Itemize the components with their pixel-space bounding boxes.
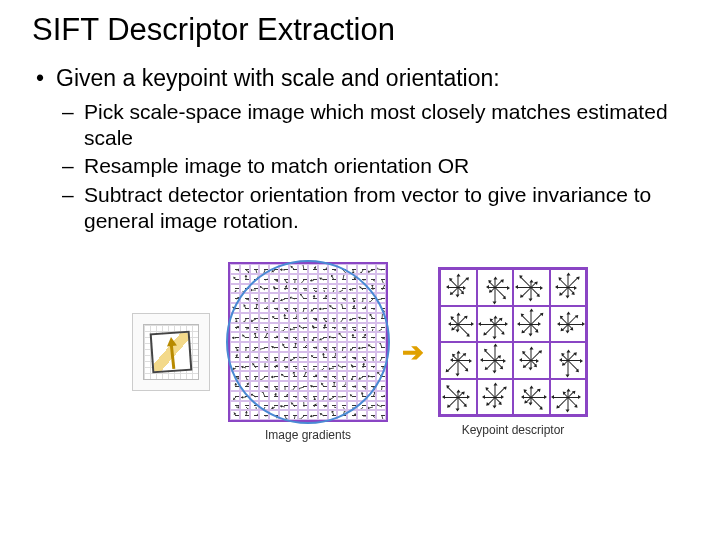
svg-marker-249 bbox=[351, 334, 354, 336]
slide-title: SIFT Descriptor Extraction bbox=[32, 12, 692, 48]
slide: SIFT Descriptor Extraction Given a keypo… bbox=[0, 0, 720, 454]
svg-marker-53 bbox=[329, 275, 332, 277]
svg-line-366 bbox=[304, 372, 307, 377]
svg-marker-481 bbox=[233, 412, 236, 415]
svg-line-254 bbox=[382, 338, 386, 340]
svg-marker-147 bbox=[319, 308, 321, 311]
gradients-wrap bbox=[228, 262, 388, 422]
svg-line-30 bbox=[377, 268, 382, 270]
svg-marker-421 bbox=[251, 393, 253, 396]
svg-marker-269 bbox=[294, 343, 297, 344]
svg-marker-17 bbox=[314, 266, 317, 269]
svg-marker-345 bbox=[350, 363, 353, 366]
svg-marker-171 bbox=[283, 314, 286, 316]
svg-line-350 bbox=[382, 367, 386, 368]
svg-line-262 bbox=[260, 348, 265, 350]
descriptor-figure: Keypoint descriptor bbox=[438, 267, 588, 437]
svg-marker-423 bbox=[261, 392, 264, 393]
svg-marker-35 bbox=[244, 275, 247, 277]
svg-marker-205 bbox=[290, 328, 291, 331]
svg-line-478 bbox=[377, 404, 382, 407]
svg-marker-483 bbox=[245, 411, 248, 413]
svg-marker-11 bbox=[280, 268, 282, 271]
svg-marker-129 bbox=[232, 306, 235, 309]
svg-line-494 bbox=[299, 416, 304, 420]
svg-line-190 bbox=[382, 314, 383, 319]
svg-line-94 bbox=[382, 285, 385, 290]
svg-line-502 bbox=[343, 411, 345, 416]
patch-figure bbox=[132, 313, 210, 391]
svg-marker-347 bbox=[362, 363, 365, 365]
svg-line-398 bbox=[299, 387, 304, 389]
svg-marker-225 bbox=[232, 337, 234, 340]
gradients-grid bbox=[228, 262, 388, 422]
svg-line-302 bbox=[299, 357, 304, 358]
svg-marker-287 bbox=[379, 343, 382, 344]
svg-line-510 bbox=[382, 416, 384, 420]
svg-marker-385 bbox=[234, 383, 237, 385]
svg-marker-419 bbox=[241, 396, 243, 399]
bullet-item: Given a keypoint with scale and orientat… bbox=[56, 64, 692, 234]
svg-marker-265 bbox=[271, 345, 274, 348]
bullet-text: Given a keypoint with scale and orientat… bbox=[56, 65, 500, 91]
svg-line-54 bbox=[343, 275, 344, 280]
svg-marker-283 bbox=[358, 347, 360, 350]
svg-marker-267 bbox=[281, 343, 284, 346]
gradients-caption: Image gradients bbox=[265, 428, 351, 442]
svg-marker-69 bbox=[251, 288, 252, 291]
svg-line-14 bbox=[303, 265, 304, 270]
sub-bullet-list: Pick scale-space image which most closel… bbox=[56, 99, 692, 234]
gradients-figure: Image gradients bbox=[228, 262, 388, 442]
svg-line-150 bbox=[341, 304, 343, 309]
svg-marker-497 bbox=[310, 415, 312, 418]
sub-bullet-item: Resample image to match orientation OR bbox=[84, 153, 692, 179]
arrow-right-icon: ➔ bbox=[402, 337, 424, 368]
descriptor-caption: Keypoint descriptor bbox=[462, 423, 565, 437]
svg-marker-307 bbox=[322, 353, 325, 355]
sub-bullet-item: Subtract detector orientation from vecto… bbox=[84, 182, 692, 235]
svg-marker-89 bbox=[349, 288, 351, 291]
figure-row: Image gradients ➔ Keypoint descriptor bbox=[28, 262, 692, 442]
svg-marker-405 bbox=[332, 382, 335, 383]
descriptor-grid bbox=[438, 267, 588, 417]
svg-line-286 bbox=[380, 343, 382, 348]
svg-marker-93 bbox=[370, 285, 373, 286]
patch-grid bbox=[143, 324, 199, 380]
svg-marker-479 bbox=[377, 402, 378, 405]
svg-line-492 bbox=[293, 416, 294, 420]
svg-line-166 bbox=[260, 317, 265, 318]
svg-line-490 bbox=[285, 416, 287, 420]
svg-marker-443 bbox=[360, 392, 363, 394]
svg-line-126 bbox=[377, 299, 382, 300]
svg-marker-113 bbox=[313, 295, 316, 297]
svg-marker-459 bbox=[280, 404, 282, 407]
svg-marker-457 bbox=[271, 406, 274, 409]
svg-line-230 bbox=[265, 333, 268, 338]
svg-line-446 bbox=[382, 393, 386, 396]
bullet-list: Given a keypoint with scale and orientat… bbox=[28, 64, 692, 234]
patch-outer-grid bbox=[132, 313, 210, 391]
svg-marker-361 bbox=[271, 376, 273, 379]
sub-bullet-item: Pick scale-space image which most closel… bbox=[84, 99, 692, 152]
svg-line-422 bbox=[263, 392, 266, 397]
svg-marker-343 bbox=[338, 363, 339, 366]
